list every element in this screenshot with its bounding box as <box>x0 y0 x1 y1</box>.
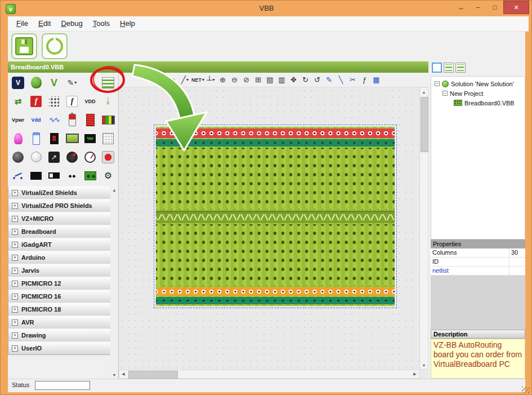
property-value[interactable] <box>509 258 525 266</box>
palette-section-userio[interactable]: +UserIO <box>8 341 111 355</box>
scroll-left-icon[interactable]: ◀ <box>119 370 127 378</box>
component-black-box[interactable] <box>27 166 45 185</box>
component-magenta-led[interactable] <box>9 129 27 148</box>
component-knob[interactable] <box>9 148 27 166</box>
palette-section-igadgart[interactable]: +iGadgART <box>8 238 111 251</box>
component-vbb-logo[interactable]: V <box>9 73 27 92</box>
palette-section-picmicro-12[interactable]: +PICMICRO 12 <box>8 277 111 290</box>
component-vdd-blue[interactable]: Vdd <box>27 110 45 129</box>
palette-section-vz-micro[interactable]: +VZ+MICRO <box>8 212 111 225</box>
component-lcd[interactable] <box>63 129 81 148</box>
ruler-horizontal-button[interactable]: ▤ <box>264 74 276 86</box>
pointer-tool-button[interactable]: + <box>167 74 179 86</box>
property-value[interactable] <box>509 267 525 275</box>
status-input[interactable] <box>35 381 90 390</box>
component-v-logo[interactable]: V <box>45 73 63 92</box>
component-vpwr[interactable]: Vpwr <box>9 110 27 129</box>
component-ground[interactable]: │≡ <box>99 92 117 110</box>
component-f-red[interactable]: f <box>27 92 45 110</box>
document-tab[interactable]: Breadboard0.VBB <box>8 61 428 73</box>
close-button[interactable]: ✕ <box>503 1 529 14</box>
component-terminal-block[interactable] <box>81 166 99 185</box>
component-dot-matrix[interactable] <box>45 92 63 110</box>
component-led-bar[interactable] <box>81 110 99 129</box>
palette-section-virtualized-shields[interactable]: +VirtualiZed Shields <box>8 186 111 199</box>
cut-button[interactable]: ✂ <box>347 74 359 86</box>
component-slide-switch[interactable] <box>45 166 63 185</box>
palette-section-breadboard[interactable]: +Breadboard <box>8 225 111 238</box>
component-vdd[interactable]: VDD <box>81 92 99 110</box>
component-seven-segment[interactable]: 8 <box>45 129 63 148</box>
scroll-down-icon[interactable]: ▼ <box>420 361 428 369</box>
matrix-view-button[interactable]: ▦ <box>370 74 382 86</box>
palette-section-picmicro-18[interactable]: +PICMICRO 18 <box>8 303 111 316</box>
collapse-icon[interactable]: − <box>435 81 440 86</box>
palette-scrollbar[interactable]: ▲ ▼ <box>110 187 118 379</box>
palette-section-arduino[interactable]: +Arduino <box>8 251 111 264</box>
menu-help[interactable]: Help <box>115 16 140 31</box>
component-battery[interactable] <box>63 110 81 129</box>
design-canvas[interactable] <box>119 87 419 370</box>
zoom-out-button[interactable]: ⊖ <box>229 74 240 86</box>
draw-pencil-button[interactable]: ✎ <box>323 74 335 86</box>
net-tool-button[interactable]: NET▾ <box>191 74 205 86</box>
save-button[interactable] <box>11 33 37 59</box>
palette-section-virtualized-pro-shields[interactable]: +VirtualiZed PRO Shields <box>8 199 111 212</box>
scroll-down-icon[interactable]: ▼ <box>110 371 118 379</box>
menu-tools[interactable]: Tools <box>88 16 115 31</box>
component-lamp[interactable] <box>27 148 45 166</box>
zoom-in-button[interactable]: ⊕ <box>217 74 229 86</box>
minimize-button[interactable]: – <box>470 1 486 14</box>
view-grid-button[interactable] <box>455 63 466 73</box>
resize-arrows-button[interactable]: ↔ <box>453 1 470 14</box>
run-button[interactable] <box>42 33 68 59</box>
component-potentiometer[interactable]: ↗ <box>45 148 63 166</box>
tree-node-project[interactable]: − New Project <box>431 88 525 98</box>
scroll-up-icon[interactable]: ▲ <box>110 187 118 194</box>
component-rotary-encoder[interactable] <box>63 148 81 166</box>
canvas-horizontal-scrollbar[interactable]: ◀ ▶ <box>119 370 419 379</box>
component-debug-bug[interactable] <box>27 73 45 92</box>
component-function[interactable]: f <box>63 92 81 110</box>
palette-section-picmicro-16[interactable]: +PICMICRO 16 <box>8 290 111 303</box>
view-list-button[interactable] <box>444 63 454 73</box>
component-gauge[interactable] <box>81 148 99 166</box>
maximize-button[interactable]: □ <box>486 1 503 14</box>
palette-section-avr[interactable]: +AVR <box>8 316 111 329</box>
component-toggle-switch[interactable] <box>9 166 27 185</box>
script-function-button[interactable]: ƒ <box>359 74 370 86</box>
menu-debug[interactable]: Debug <box>56 16 87 31</box>
palette-section-jarvis[interactable]: +Jarvis <box>8 264 111 277</box>
component-gear[interactable]: ⚙ <box>99 166 117 185</box>
component-led-matrix[interactable] <box>99 129 117 148</box>
ruler-vertical-button[interactable]: ▥ <box>276 74 288 86</box>
view-board-button[interactable] <box>432 63 442 73</box>
draw-line-button[interactable]: ╲ <box>335 74 347 86</box>
pan-button[interactable]: ✥ <box>288 74 299 86</box>
horizontal-scroll-thumb[interactable] <box>128 371 178 379</box>
tree-node-breadboard-file[interactable]: Breadboard0.VBB <box>431 98 525 108</box>
resize-grip[interactable] <box>522 387 530 393</box>
tree-node-solution[interactable]: − Solution 'New Solution' <box>431 79 525 88</box>
component-rgb-bar[interactable] <box>99 110 117 129</box>
breadboard-component[interactable] <box>156 127 395 306</box>
menu-edit[interactable]: Edit <box>33 16 56 31</box>
property-value[interactable]: 30 <box>509 248 525 257</box>
component-swap-arrows[interactable]: ⇄ <box>9 92 27 110</box>
wire-tool-button[interactable]: ╱▾ <box>179 74 191 86</box>
component-push-button[interactable] <box>99 148 117 166</box>
menu-file[interactable]: File <box>11 16 33 31</box>
vertical-scroll-thumb[interactable] <box>421 97 428 152</box>
scroll-right-icon[interactable]: ▶ <box>411 370 419 378</box>
canvas-vertical-scrollbar[interactable]: ▲ ▼ <box>419 87 428 370</box>
component-blue-device[interactable] <box>27 129 45 148</box>
pin-tool-button[interactable]: ┴▾ <box>205 74 217 86</box>
component-resistor[interactable]: ∿∿ <box>45 110 63 129</box>
rotate-cw-button[interactable]: ↻ <box>299 74 311 86</box>
property-name[interactable]: netlist <box>431 267 509 275</box>
component-val-display[interactable]: Val <box>81 129 99 148</box>
component-pencil-tool[interactable]: ✎▾ <box>63 73 81 92</box>
zoom-fit-button[interactable]: ⊞ <box>252 74 264 86</box>
zoom-off-button[interactable]: ⊘ <box>240 74 252 86</box>
palette-section-drawing[interactable]: +Drawing <box>8 329 111 342</box>
